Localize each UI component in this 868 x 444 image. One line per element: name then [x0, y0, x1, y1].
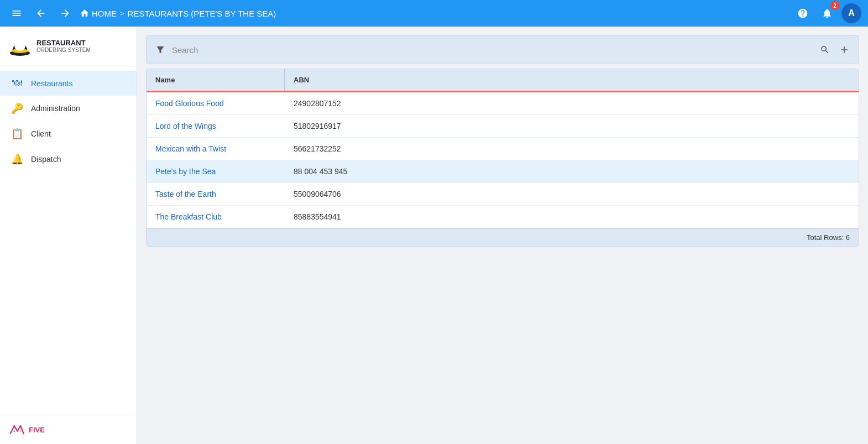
- cell-abn: 51802916917: [285, 115, 859, 137]
- svg-point-3: [13, 430, 15, 432]
- sidebar-item-restaurants[interactable]: 🍽 Restaurants: [0, 71, 137, 96]
- sidebar-label-administration: Administration: [31, 104, 80, 113]
- col-header-abn: ABN: [285, 69, 859, 91]
- dispatch-icon: 🔔: [11, 153, 23, 165]
- data-table: Name ABN Food Glorious Food 24902807152 …: [146, 69, 859, 247]
- table-row[interactable]: Food Glorious Food 24902807152: [147, 92, 859, 115]
- table-row[interactable]: Mexican with a Twist 56621732252: [147, 138, 859, 160]
- table-row[interactable]: The Breakfast Club 85883554941: [147, 206, 859, 228]
- home-label: HOME: [92, 9, 117, 18]
- sidebar-logo: RESTAURANT ORDERING SYSTEM: [0, 27, 137, 66]
- table-footer: Total Rows: 6: [147, 228, 859, 246]
- cell-abn: 56621732252: [285, 138, 859, 160]
- topbar: HOME > RESTAURANTS (PETE'S BY THE SEA) 2…: [0, 0, 868, 27]
- notifications-wrapper: 2: [817, 3, 837, 23]
- cell-abn: 55009064706: [285, 183, 859, 205]
- table-header: Name ABN: [147, 69, 859, 92]
- filter-button[interactable]: [153, 43, 168, 57]
- client-icon: 📋: [11, 128, 23, 140]
- cell-abn: 88 004 453 945: [285, 160, 859, 182]
- sidebar-label-restaurants: Restaurants: [31, 79, 72, 88]
- help-button[interactable]: [793, 3, 813, 23]
- search-input[interactable]: [172, 45, 813, 55]
- sidebar-label-dispatch: Dispatch: [31, 155, 61, 164]
- search-bar: [146, 35, 859, 64]
- total-rows-label: Total Rows: 6: [807, 233, 850, 242]
- content-area: Name ABN Food Glorious Food 24902807152 …: [137, 27, 868, 444]
- topbar-right: 2 A: [793, 3, 861, 23]
- app-logo-icon: [9, 35, 31, 58]
- cell-abn: 24902807152: [285, 92, 859, 114]
- avatar-button[interactable]: A: [841, 3, 861, 23]
- logo-text: RESTAURANT ORDERING SYSTEM: [36, 39, 91, 54]
- cell-name: Pete's by the Sea: [147, 160, 285, 182]
- sidebar-item-administration[interactable]: 🔑 Administration: [0, 96, 137, 121]
- cell-name: The Breakfast Club: [147, 206, 285, 228]
- home-link[interactable]: HOME: [80, 8, 117, 18]
- five-brand-label: FIVE: [29, 426, 45, 434]
- sidebar-item-client[interactable]: 📋 Client: [0, 121, 137, 147]
- table-row[interactable]: Lord of the Wings 51802916917: [147, 115, 859, 138]
- cell-name: Taste of the Earth: [147, 183, 285, 205]
- logo-restaurant: RESTAURANT: [36, 39, 91, 48]
- col-header-name: Name: [147, 69, 285, 91]
- restaurants-icon: 🍽: [11, 77, 23, 89]
- svg-point-4: [20, 430, 22, 432]
- cell-abn: 85883554941: [285, 206, 859, 228]
- table-row[interactable]: Taste of the Earth 55009064706: [147, 183, 859, 206]
- sidebar-label-client: Client: [31, 129, 51, 138]
- administration-icon: 🔑: [11, 102, 23, 114]
- breadcrumb-chevron: >: [120, 9, 124, 18]
- main-layout: RESTAURANT ORDERING SYSTEM 🍽 Restaurants…: [0, 27, 868, 444]
- table-body: Food Glorious Food 24902807152 Lord of t…: [147, 92, 859, 228]
- back-button[interactable]: [31, 3, 51, 23]
- sidebar-footer: FIVE: [0, 415, 137, 444]
- cell-name: Mexican with a Twist: [147, 138, 285, 160]
- sidebar-nav: 🍽 Restaurants 🔑 Administration 📋 Client …: [0, 66, 137, 415]
- table-row[interactable]: Pete's by the Sea 88 004 453 945: [147, 160, 859, 183]
- five-logo-icon: [9, 424, 24, 435]
- breadcrumb-current: RESTAURANTS (PETE'S BY THE SEA): [128, 9, 276, 18]
- menu-button[interactable]: [7, 3, 27, 23]
- sidebar-item-dispatch[interactable]: 🔔 Dispatch: [0, 147, 137, 172]
- breadcrumb: HOME > RESTAURANTS (PETE'S BY THE SEA): [80, 8, 788, 18]
- notification-badge: 2: [830, 1, 839, 10]
- cell-name: Lord of the Wings: [147, 115, 285, 137]
- search-button[interactable]: [818, 43, 832, 57]
- add-button[interactable]: [836, 42, 852, 58]
- cell-name: Food Glorious Food: [147, 92, 285, 114]
- sidebar: RESTAURANT ORDERING SYSTEM 🍽 Restaurants…: [0, 27, 137, 444]
- forward-button[interactable]: [55, 3, 75, 23]
- logo-ordering: ORDERING SYSTEM: [36, 47, 91, 54]
